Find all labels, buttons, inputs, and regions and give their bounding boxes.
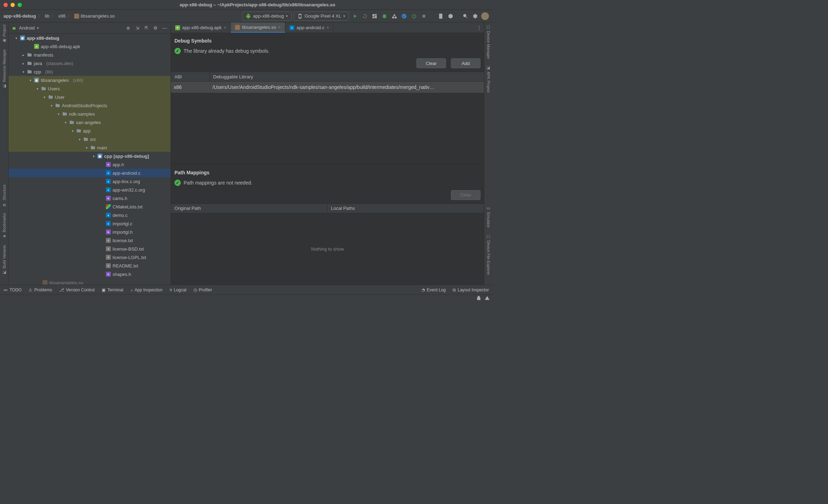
clear-button[interactable]: Clear (416, 58, 446, 68)
tool-emulator[interactable]: ▭Emulator (486, 206, 491, 228)
tree-file[interactable]: capp-win32.c.org (8, 186, 171, 194)
clear-button-disabled: Clear (451, 190, 480, 200)
tree-node[interactable]: ▾AndroidStudioProjects (8, 101, 171, 110)
column-local-paths[interactable]: Local Paths (327, 204, 484, 213)
editor-tab[interactable]: c app-android.c × (285, 22, 334, 33)
tool-todo[interactable]: ≔TODO (4, 287, 21, 292)
tool-version-control[interactable]: ⎇Version Control (59, 287, 95, 292)
maximize-window[interactable] (18, 3, 22, 7)
svg-rect-1 (422, 15, 425, 18)
device-manager-icon[interactable] (437, 12, 445, 20)
path-mappings-title: Path Mappings (171, 165, 484, 178)
tool-logcat[interactable]: ≡Logcat (170, 287, 186, 292)
tree-node[interactable]: ▾User (8, 93, 171, 101)
editor-tab[interactable]: A app-x86-debug.apk × (171, 22, 231, 33)
phone-icon (298, 14, 302, 19)
tree-node[interactable]: ▾src (8, 135, 171, 143)
tool-layout-inspector[interactable]: ⧉Layout Inspector (453, 287, 489, 292)
tree-file[interactable]: hcams.h (8, 194, 171, 202)
tree-file[interactable]: cdemo.c (8, 211, 171, 219)
column-debuggable-library[interactable]: Debuggable Library (210, 72, 484, 81)
stop-button[interactable] (420, 12, 428, 20)
close-tab-icon[interactable]: × (278, 25, 281, 30)
tree-node[interactable]: ▾▦cpp [app-x86-debug] (8, 152, 171, 160)
device-combo[interactable]: Google Pixel 4 XL ▾ (294, 12, 349, 21)
tree-file[interactable]: cimportgl.c (8, 219, 171, 228)
apply-changes-icon[interactable] (371, 12, 378, 20)
tree-file[interactable]: ≡README.txt (8, 261, 171, 270)
tree-node[interactable]: ▾app (8, 127, 171, 135)
tool-event-log[interactable]: ◔Event Log (421, 287, 446, 292)
project-scope-selector[interactable]: Android ▾ (11, 25, 39, 31)
run-config-combo[interactable]: app-x86-debug ▾ (242, 12, 291, 21)
tree-file[interactable]: ≡license-LGPL.txt (8, 253, 171, 261)
tree-file-selected[interactable]: capp-android.c (8, 169, 171, 177)
close-tab-icon[interactable]: × (326, 25, 329, 30)
debug-symbols-title: Debug Symbols (171, 33, 484, 46)
tree-file[interactable]: CMakeLists.txt (8, 202, 171, 211)
tool-problems[interactable]: ⚠Problems (28, 287, 52, 292)
alert-icon[interactable] (485, 296, 490, 302)
hide-panel-icon[interactable]: — (161, 25, 168, 31)
tree-file[interactable]: happ.h (8, 160, 171, 169)
tree-node[interactable]: ▾Users (8, 84, 171, 93)
editor-tab-active[interactable]: libsanangeles.so × (231, 22, 285, 33)
chevron-down-icon: ▾ (286, 14, 288, 18)
locate-icon[interactable]: ⊕ (125, 25, 131, 31)
tree-node[interactable]: ▸manifests (8, 51, 171, 59)
profiler-icon[interactable] (400, 12, 408, 20)
breadcrumb-item[interactable]: x86 (58, 13, 65, 19)
breadcrumb-item[interactable]: libsanangeles.so (74, 13, 115, 19)
breadcrumb-item[interactable]: app-x86-debug (4, 13, 36, 19)
tree-file[interactable]: hshapes.h (8, 270, 171, 278)
options-gear-icon[interactable]: ⚙ (152, 25, 159, 31)
tree-node[interactable]: ▾▥libsanangeles (x86) (8, 76, 171, 84)
sdk-manager-icon[interactable] (447, 12, 454, 20)
tool-device-file-explorer[interactable]: ▢Device File Explorer (486, 234, 491, 275)
rerun-icon[interactable] (361, 12, 369, 20)
debug-button[interactable] (381, 12, 388, 20)
tree-node[interactable]: ▾ndk-samples (8, 110, 171, 118)
tool-apk-project[interactable]: ◪APK Project (486, 65, 491, 92)
project-tree[interactable]: ▾▦app-x86-debug Aapp-x86-debug.apk ▸mani… (8, 34, 171, 285)
tool-project[interactable]: ▣Project (2, 25, 7, 43)
add-button[interactable]: Add (451, 58, 480, 68)
tree-file[interactable]: ≡license-BSD.txt (8, 245, 171, 253)
user-avatar[interactable] (481, 12, 489, 20)
breadcrumb-item[interactable]: lib (45, 13, 49, 19)
tool-app-inspection[interactable]: ⌕App Inspection (130, 287, 163, 292)
tree-file[interactable]: capp-linx.c.org (8, 177, 171, 186)
tree-node[interactable]: ▾cpp (lib) (8, 67, 171, 76)
close-window[interactable] (4, 3, 8, 7)
column-abi[interactable]: ABI (171, 72, 210, 81)
attach-debugger-icon[interactable] (410, 12, 418, 20)
collapse-all-icon[interactable]: ⇱ (143, 25, 149, 31)
coverage-icon[interactable] (390, 12, 398, 20)
tab-overflow-menu-icon[interactable]: ⋮ (474, 22, 484, 33)
tree-node[interactable]: ▾▦app-x86-debug (8, 34, 171, 42)
tree-file[interactable]: libsanangeles.so (8, 278, 171, 285)
tool-profiler[interactable]: ◷Profiler (193, 287, 212, 292)
tree-file[interactable]: ≡license.txt (8, 236, 171, 245)
lock-icon[interactable] (476, 296, 481, 302)
minimize-window[interactable] (11, 3, 15, 7)
settings-gear-icon[interactable] (471, 12, 479, 20)
tool-structure[interactable]: ≣Structure (2, 185, 7, 207)
table-row[interactable]: x86 /Users/User/AndroidStudioProjects/nd… (171, 82, 484, 93)
tool-device-manager[interactable]: ▢Device Manager (486, 25, 491, 59)
so-file-icon (74, 14, 79, 19)
run-button[interactable] (351, 12, 359, 20)
column-original-path[interactable]: Original Path (171, 204, 327, 213)
tree-node[interactable]: ▾san-angeles (8, 118, 171, 127)
tool-terminal[interactable]: ▣Terminal (102, 287, 123, 292)
tree-file[interactable]: himportgl.h (8, 228, 171, 236)
tool-build-variants[interactable]: ◩Build Variants (2, 245, 7, 275)
tree-node[interactable]: ▾main (8, 143, 171, 152)
tool-resource-manager[interactable]: ◧Resource Manager (2, 49, 7, 89)
search-icon[interactable] (461, 12, 469, 20)
tree-node[interactable]: Aapp-x86-debug.apk (8, 42, 171, 51)
close-tab-icon[interactable]: × (224, 25, 226, 30)
tree-node[interactable]: ▸java (classes.dex) (8, 59, 171, 67)
expand-all-icon[interactable]: ⇲ (134, 25, 140, 31)
tool-bookmarks[interactable]: ◈Bookmarks (2, 213, 7, 239)
